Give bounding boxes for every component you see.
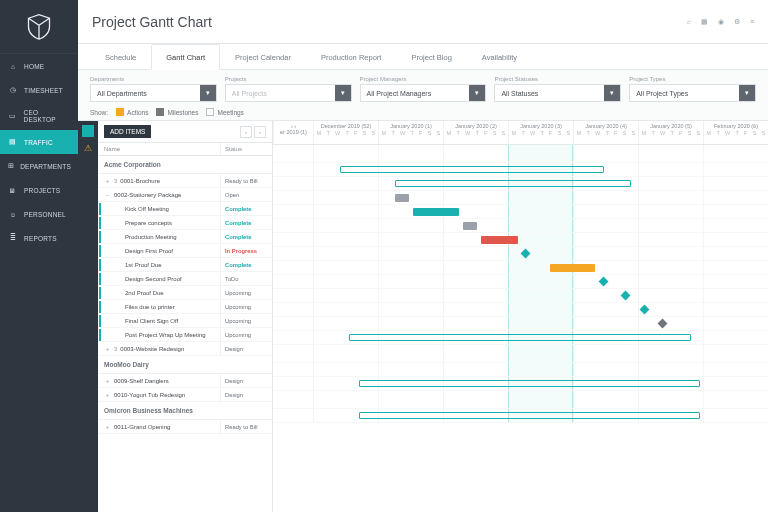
- task-row[interactable]: Prepare conceptsComplete: [98, 216, 272, 230]
- gantt-bar[interactable]: [359, 412, 700, 419]
- milestone-icon[interactable]: [657, 319, 667, 329]
- tab-production-report[interactable]: Production Report: [306, 44, 396, 69]
- prev-arrow-icon[interactable]: ‹: [240, 126, 252, 138]
- tab-project-calendar[interactable]: Project Calendar: [220, 44, 306, 69]
- nav-icon: ▤: [8, 137, 18, 147]
- gantt-bar[interactable]: [349, 334, 690, 341]
- next-arrow-icon[interactable]: ›: [254, 126, 266, 138]
- gantt-bar[interactable]: [413, 208, 459, 216]
- gantt-row: [273, 247, 768, 261]
- group-header[interactable]: Acme Corporation: [98, 156, 272, 174]
- nav-icon: ▭: [8, 111, 17, 121]
- gantt-bar[interactable]: [550, 264, 596, 272]
- warning-icon[interactable]: ⚠: [84, 143, 92, 153]
- gantt-bar[interactable]: [463, 222, 477, 230]
- chevron-down-icon: ▾: [739, 85, 755, 101]
- task-row[interactable]: Files due to printerUpcoming: [98, 300, 272, 314]
- checkbox-actions[interactable]: Actions: [116, 108, 148, 116]
- calendar-icon[interactable]: [82, 125, 94, 137]
- milestone-icon[interactable]: [521, 249, 531, 259]
- gantt-bar[interactable]: [359, 380, 700, 387]
- chevron-down-icon: ▾: [200, 85, 216, 101]
- task-row[interactable]: +30003-Website RedesignDesign: [98, 342, 272, 356]
- gantt-row: [273, 177, 768, 191]
- tab-availability[interactable]: Availability: [467, 44, 532, 69]
- milestone-icon[interactable]: [639, 305, 649, 315]
- task-row[interactable]: +0009-Shelf DanglersDesign: [98, 374, 272, 388]
- nav-departments[interactable]: ⊞DEPARTMENTS: [0, 154, 78, 178]
- gantt-row: [273, 289, 768, 303]
- nav-home[interactable]: ⌂HOME: [0, 54, 78, 78]
- tool-strip: ⚠: [78, 121, 98, 512]
- group-header[interactable]: MooMoo Dairy: [98, 356, 272, 374]
- gantt-bar[interactable]: [481, 236, 517, 244]
- filter-projects[interactable]: All Projects▾: [225, 84, 352, 102]
- nav-traffic[interactable]: ▤TRAFFIC: [0, 130, 78, 154]
- gantt-row: [273, 377, 768, 391]
- tabs: ScheduleGantt ChartProject CalendarProdu…: [78, 44, 768, 70]
- nav-reports[interactable]: ≣REPORTS: [0, 226, 78, 250]
- checkbox-meetings[interactable]: Meetings: [206, 108, 243, 116]
- column-status: Status: [220, 143, 272, 155]
- page-title: Project Gantt Chart: [92, 14, 212, 30]
- checkbox-milestones[interactable]: Milestones: [156, 108, 198, 116]
- search-icon[interactable]: ⌕: [687, 18, 691, 26]
- task-row[interactable]: Kick Off MeetingComplete: [98, 202, 272, 216]
- task-row[interactable]: +0011-Grand OpeningReady to Bill: [98, 420, 272, 434]
- nav-personnel[interactable]: ☺PERSONNEL: [0, 202, 78, 226]
- task-row[interactable]: Design Second ProofToDo: [98, 272, 272, 286]
- nav-ceo-desktop[interactable]: ▭CEO DESKTOP: [0, 102, 78, 130]
- milestone-icon[interactable]: [598, 277, 608, 287]
- timeline-column: January 2020 (5)MTWTFSS: [638, 121, 703, 144]
- title-actions: ⌕ ▦ ◉ ⚙ ≡: [687, 18, 754, 26]
- gantt-row: [273, 275, 768, 289]
- group-header[interactable]: Omicron Business Machines: [98, 402, 272, 420]
- gantt-panel: ‹ ‹er 2019 (1)December 2019 (52)MTWTFSSJ…: [273, 121, 768, 512]
- filter-managers[interactable]: All Project Managers▾: [360, 84, 487, 102]
- show-bar: Show: Actions Milestones Meetings: [78, 102, 768, 121]
- settings-icon[interactable]: ⚙: [734, 18, 740, 26]
- add-items-button[interactable]: ADD ITEMS: [104, 125, 151, 138]
- nav-icon: ◷: [8, 85, 18, 95]
- gantt-row: [273, 233, 768, 247]
- gantt-row: [273, 391, 768, 409]
- task-row[interactable]: 2nd Proof DueUpcoming: [98, 286, 272, 300]
- milestone-icon[interactable]: [621, 291, 631, 301]
- gantt-bar[interactable]: [395, 180, 632, 187]
- task-row[interactable]: Production MeetingComplete: [98, 230, 272, 244]
- timeline-column: January 2020 (4)MTWTFSS: [573, 121, 638, 144]
- menu-icon[interactable]: ≡: [750, 18, 754, 26]
- task-row[interactable]: Final Client Sign OffUpcoming: [98, 314, 272, 328]
- help-icon[interactable]: ◉: [718, 18, 724, 26]
- timeline-column: December 2019 (52)MTWTFSS: [313, 121, 378, 144]
- gantt-row: [273, 261, 768, 275]
- filter-label: Projects: [225, 76, 352, 82]
- chevron-down-icon: ▾: [604, 85, 620, 101]
- chevron-down-icon: ▾: [469, 85, 485, 101]
- gantt-bar[interactable]: [340, 166, 604, 173]
- grid-icon[interactable]: ▦: [701, 18, 708, 26]
- task-row[interactable]: Post Project Wrap Up MeetingUpcoming: [98, 328, 272, 342]
- tab-project-blog[interactable]: Project Blog: [396, 44, 466, 69]
- filter-statuses[interactable]: All Statuses▾: [494, 84, 621, 102]
- tab-gantt-chart[interactable]: Gantt Chart: [151, 44, 220, 70]
- nav-icon: 🗎: [8, 185, 18, 195]
- filter-types[interactable]: All Project Types▾: [629, 84, 756, 102]
- task-row[interactable]: –0002-Stationery PackageOpen: [98, 188, 272, 202]
- task-row[interactable]: +0010-Yogurt Tub RedesignDesign: [98, 388, 272, 402]
- filter-departments[interactable]: All Departments▾: [90, 84, 217, 102]
- chevron-down-icon: ▾: [335, 85, 351, 101]
- gantt-row: [273, 345, 768, 363]
- gantt-row: [273, 409, 768, 423]
- tab-schedule[interactable]: Schedule: [90, 44, 151, 69]
- gantt-bar[interactable]: [395, 194, 409, 202]
- task-row[interactable]: Design First ProofIn Progress: [98, 244, 272, 258]
- nav-icon: ≣: [8, 233, 18, 243]
- timeline-column: January 2020 (1)MTWTFSS: [378, 121, 443, 144]
- nav-projects[interactable]: 🗎PROJECTS: [0, 178, 78, 202]
- task-row[interactable]: 1st Proof DueComplete: [98, 258, 272, 272]
- main-sidebar: ⌂HOME◷TIMESHEET▭CEO DESKTOP▤TRAFFIC⊞DEPA…: [0, 0, 78, 512]
- nav-timesheet[interactable]: ◷TIMESHEET: [0, 78, 78, 102]
- logo: [0, 0, 78, 54]
- task-row[interactable]: +30001-BrochureReady to Bill: [98, 174, 272, 188]
